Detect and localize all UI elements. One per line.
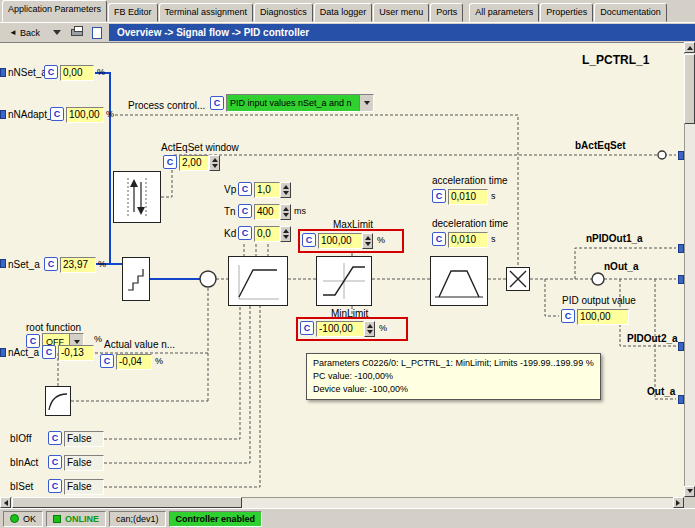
- out2-label: Out_a: [647, 386, 675, 397]
- acteqset-c-button[interactable]: C: [163, 155, 177, 169]
- binact-c-button[interactable]: C: [48, 455, 62, 469]
- tab-diagnostics[interactable]: Diagnostics: [254, 3, 313, 22]
- nset-label: nSet_a: [8, 259, 40, 270]
- pid-output-field[interactable]: 100,00: [577, 309, 629, 325]
- nnadapt-field[interactable]: 100,00: [66, 107, 104, 123]
- tn-spinner[interactable]: [280, 204, 291, 220]
- tn-c-button[interactable]: C: [238, 204, 252, 218]
- actual-value-c-button[interactable]: C: [100, 354, 114, 368]
- setpoint-shaper-block[interactable]: [122, 257, 150, 301]
- back-label: Back: [20, 28, 40, 38]
- tooltip-line-3: Device value: -100,00%: [313, 383, 594, 396]
- nset-field[interactable]: 23,97: [60, 257, 96, 273]
- maxlimit-spinner[interactable]: [362, 233, 373, 249]
- document-icon[interactable]: [89, 25, 106, 40]
- minlimit-spinner[interactable]: [364, 321, 375, 337]
- printer-icon[interactable]: [69, 25, 86, 40]
- actual-value-field[interactable]: -0,04: [116, 354, 152, 370]
- bacteqset-label: bActEqSet: [575, 140, 626, 151]
- vp-label: Vp: [224, 184, 236, 195]
- minlimit-field[interactable]: -100,00: [316, 321, 364, 337]
- vp-c-button[interactable]: C: [238, 182, 252, 196]
- decel-c-button[interactable]: C: [432, 232, 446, 246]
- maxlimit-c-button[interactable]: C: [302, 233, 316, 247]
- vp-spinner[interactable]: [280, 182, 291, 198]
- kd-c-button[interactable]: C: [238, 226, 252, 240]
- toolbar: ◄ Back Overview -> Signal flow -> PID co…: [0, 23, 695, 42]
- window-comparator-block[interactable]: [113, 171, 161, 223]
- vertical-scrollbar[interactable]: [684, 42, 695, 497]
- root-function-c-button[interactable]: C: [26, 334, 40, 348]
- bioff-c-button[interactable]: C: [48, 431, 62, 445]
- tab-data-logger[interactable]: Data logger: [314, 3, 373, 22]
- acteqset-spinner[interactable]: [209, 155, 220, 171]
- npidout1-label: nPIDOut1_a: [586, 233, 643, 244]
- root-curve-symbol: [46, 387, 70, 415]
- nact-unit: %: [94, 334, 102, 345]
- process-control-c-button[interactable]: C: [210, 96, 224, 110]
- tn-field[interactable]: 400: [254, 204, 280, 220]
- vp-field[interactable]: 1,0: [254, 182, 280, 198]
- dropdown-arrow-icon[interactable]: [359, 95, 373, 111]
- kd-spinner[interactable]: [280, 226, 291, 242]
- nact-c-button[interactable]: C: [42, 345, 56, 359]
- process-control-dropdown[interactable]: PID input values nSet_a and n: [226, 94, 374, 112]
- nset-c-button[interactable]: C: [44, 257, 58, 271]
- tab-all-parameters[interactable]: All parameters: [469, 3, 539, 22]
- tab-properties[interactable]: Properties: [540, 3, 593, 22]
- acteqset-field[interactable]: 2,00: [179, 155, 209, 171]
- vertical-scroll-thumb[interactable]: [684, 54, 695, 124]
- parameter-tooltip: Parameters C0226/0: L_PCTRL_1: MinLimit;…: [306, 353, 601, 400]
- minlimit-unit: %: [379, 323, 387, 334]
- online-status-text: ONLINE: [65, 514, 99, 524]
- saturation-symbol: [317, 257, 371, 305]
- root-function-label: root function: [26, 322, 81, 333]
- bioff-label: bIOff: [10, 433, 32, 444]
- accel-field[interactable]: 0,010: [448, 189, 488, 205]
- back-arrow-icon: ◄: [9, 28, 17, 37]
- tab-documentation[interactable]: Documentation: [594, 3, 667, 22]
- scroll-down-button[interactable]: [684, 486, 695, 497]
- scroll-left-button[interactable]: [0, 497, 11, 508]
- tab-terminal-assignment[interactable]: Terminal assignment: [159, 3, 254, 22]
- pid-block[interactable]: [228, 256, 288, 306]
- actual-value-unit: %: [155, 356, 163, 367]
- pidout2-label: PIDOut2_a: [627, 333, 678, 344]
- pid-output-label: PID output value: [562, 295, 636, 306]
- biset-field[interactable]: False: [64, 479, 104, 495]
- nnset-field[interactable]: 0,00: [60, 65, 94, 81]
- tab-bar: Application Parameters FB Editor Termina…: [0, 0, 695, 23]
- horizontal-scrollbar[interactable]: [0, 497, 684, 508]
- decel-field[interactable]: 0,010: [448, 232, 488, 248]
- bioff-field[interactable]: False: [64, 431, 104, 447]
- nnset-c-button[interactable]: C: [44, 65, 58, 79]
- nact-field[interactable]: -0,13: [58, 345, 94, 361]
- nset-unit: %: [98, 259, 106, 270]
- maxlimit-field[interactable]: 100,00: [318, 233, 362, 249]
- pid-response-symbol: [229, 257, 287, 305]
- accel-c-button[interactable]: C: [432, 189, 446, 203]
- horizontal-scroll-thumb[interactable]: [12, 497, 242, 508]
- arrow-down-icon[interactable]: [49, 25, 66, 40]
- binact-label: bInAct: [10, 457, 38, 468]
- root-function-block[interactable]: [45, 386, 71, 416]
- tab-user-menu[interactable]: User menu: [373, 3, 429, 22]
- multiplier-block[interactable]: [506, 267, 530, 291]
- scroll-up-button[interactable]: [684, 42, 695, 53]
- tab-application-parameters[interactable]: Application Parameters: [2, 0, 107, 22]
- binact-field[interactable]: False: [64, 455, 104, 471]
- tooltip-line-1: Parameters C0226/0: L_PCTRL_1: MinLimit;…: [313, 357, 594, 370]
- limiter-block[interactable]: [316, 256, 372, 306]
- tab-fb-editor[interactable]: FB Editor: [108, 3, 158, 22]
- scroll-right-button[interactable]: [673, 497, 684, 508]
- biset-c-button[interactable]: C: [48, 479, 62, 493]
- tab-ports[interactable]: Ports: [430, 3, 463, 22]
- minlimit-c-button[interactable]: C: [300, 321, 314, 335]
- kd-field[interactable]: 0,0: [254, 226, 280, 242]
- input-port-nnadapt: [0, 110, 6, 119]
- pid-output-c-button[interactable]: C: [561, 309, 575, 323]
- back-button[interactable]: ◄ Back: [3, 25, 46, 41]
- ramp-block[interactable]: [430, 256, 488, 306]
- nnadapt-c-button[interactable]: C: [50, 107, 64, 121]
- tooltip-line-2: PC value: -100,00%: [313, 370, 594, 383]
